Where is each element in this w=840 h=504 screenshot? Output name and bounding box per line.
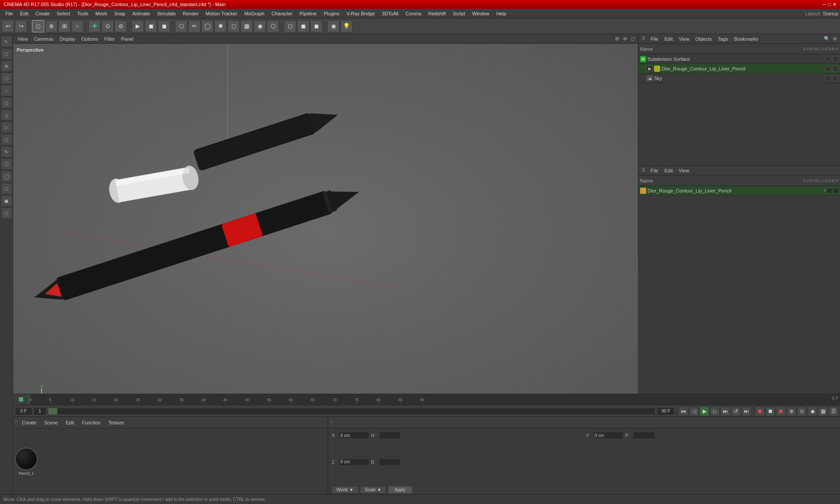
coord-x-field[interactable]: [339, 432, 369, 439]
maximize-button[interactable]: □: [828, 2, 831, 7]
toolbar-render-all[interactable]: ◼: [297, 20, 309, 32]
menu-character[interactable]: Character: [268, 10, 296, 17]
om-add-icon[interactable]: ⊕: [831, 35, 838, 42]
coord-y-field[interactable]: [593, 432, 623, 439]
toolbar-render-view[interactable]: ◻: [284, 20, 296, 32]
om-row-pencil[interactable]: ▶ Dior_Rouge_Contour_Lip_Liner_Pencil: [638, 64, 840, 74]
tool-knife[interactable]: △: [1, 109, 12, 121]
coord-h-field[interactable]: [379, 432, 401, 439]
menu-mesh[interactable]: Mesh: [92, 10, 111, 17]
viewport-canvas[interactable]: Perspective Grid Spacing: 1 cm X Y Z: [13, 44, 638, 416]
tool-lasso[interactable]: ⊕: [1, 60, 12, 72]
tool-circle[interactable]: ○: [1, 85, 12, 96]
tool-misc[interactable]: ◻: [1, 207, 12, 219]
mat-editor-scene[interactable]: Scene: [41, 419, 61, 426]
toolbar-edges[interactable]: ⊞: [58, 20, 70, 32]
scale-button[interactable]: Scale ▼: [360, 486, 386, 494]
tool-magnet[interactable]: ◻: [1, 134, 12, 145]
transport-play[interactable]: ▶: [700, 406, 709, 416]
tool-hair[interactable]: ◼: [1, 195, 12, 206]
mat-editor-function[interactable]: Function: [78, 419, 104, 426]
om-pencil-vis2[interactable]: [832, 66, 838, 72]
frame-slider[interactable]: [48, 408, 655, 415]
tool-rotate2[interactable]: ↻: [1, 146, 12, 158]
toolbar-lamp[interactable]: 💡: [340, 20, 353, 32]
transport-record[interactable]: ⏺: [755, 406, 765, 416]
toolbar-light2[interactable]: ◉: [327, 20, 340, 32]
om-file-btn[interactable]: File: [648, 36, 661, 42]
menu-script[interactable]: Script: [449, 10, 469, 17]
transport-key[interactable]: ◆: [808, 406, 817, 416]
mat-editor-edit[interactable]: Edit: [62, 419, 77, 426]
menu-corona[interactable]: Corona: [402, 10, 425, 17]
menu-create[interactable]: Create: [32, 10, 53, 17]
transport-preview[interactable]: ▦: [818, 406, 828, 416]
toolbar-model[interactable]: ◻: [32, 20, 44, 32]
om-row-sky[interactable]: ☁ Sky: [638, 74, 840, 83]
om-row-subdivision[interactable]: ⊞ Subdivision Surface: [638, 54, 840, 64]
vp-menu-display[interactable]: Display: [57, 35, 78, 42]
menu-vray[interactable]: V-Ray Bridge: [343, 10, 378, 17]
transport-prev-frame[interactable]: ◁: [689, 406, 699, 416]
transport-settings[interactable]: ☰: [829, 406, 838, 416]
toolbar-redo[interactable]: ↪: [15, 20, 27, 32]
frame-slider-handle[interactable]: [49, 408, 57, 414]
mat-vis-2[interactable]: [833, 188, 838, 193]
coord-p-field[interactable]: [633, 432, 655, 439]
menu-pipeline[interactable]: Pipeline: [296, 10, 320, 17]
om-bookmarks-btn[interactable]: Bookmarks: [732, 36, 761, 42]
tool-snap2[interactable]: ◯: [1, 171, 12, 182]
transport-to-end[interactable]: ⏭: [721, 406, 730, 416]
transport-loop[interactable]: ↺: [731, 406, 741, 416]
menu-3dtoall[interactable]: 3DToAll: [378, 10, 402, 17]
vp-icon-1[interactable]: ⊞: [613, 35, 620, 42]
toolbar-deform[interactable]: ✱: [214, 20, 227, 32]
transport-record-active[interactable]: ⏺: [776, 406, 786, 416]
toolbar-grid[interactable]: ⬡: [267, 20, 279, 32]
mat-vis-1[interactable]: [827, 188, 832, 193]
vp-menu-options[interactable]: Options: [79, 35, 101, 42]
menu-help[interactable]: Help: [493, 10, 510, 17]
toolbar-scale[interactable]: ⊙: [102, 20, 114, 32]
menu-redshift[interactable]: Redshift: [425, 10, 449, 17]
toolbar-env[interactable]: ◻: [228, 20, 240, 32]
toolbar-poly[interactable]: ○: [71, 20, 84, 32]
transport-motion[interactable]: ⊙: [797, 406, 807, 416]
om-pencil-expand[interactable]: ▶: [647, 66, 653, 72]
menu-render[interactable]: Render: [179, 10, 202, 17]
menu-plugins[interactable]: Plugins: [320, 10, 343, 17]
material-thumbnail[interactable]: Pencil_1: [15, 448, 38, 476]
world-button[interactable]: World ▼: [332, 486, 358, 494]
toolbar-anim-record[interactable]: ▶: [132, 20, 144, 32]
tool-select[interactable]: ◻: [1, 48, 12, 60]
frame-step-field[interactable]: [33, 407, 46, 415]
coord-b-field[interactable]: [379, 458, 401, 466]
transport-stop[interactable]: ⏹: [766, 406, 775, 416]
vp-menu-cameras[interactable]: Cameras: [32, 35, 56, 42]
toolbar-points[interactable]: ⊕: [45, 20, 57, 32]
toolbar-pen[interactable]: ✏: [188, 20, 200, 32]
menu-edit[interactable]: Edit: [17, 10, 32, 17]
menu-snap[interactable]: Snap: [111, 10, 129, 17]
transport-auto[interactable]: ⊕: [787, 406, 796, 416]
toolbar-camera[interactable]: ▦: [241, 20, 253, 32]
mat-view-btn[interactable]: View: [676, 168, 692, 174]
mat-editor-create[interactable]: Create: [18, 419, 40, 426]
toolbar-rotate[interactable]: ⊘: [115, 20, 127, 32]
timeline-track-area[interactable]: 0 5 10 15 20 25 30 35 40: [29, 394, 840, 405]
toolbar-cube[interactable]: ⬡: [175, 20, 187, 32]
mat-edit-btn[interactable]: Edit: [662, 168, 676, 174]
mat-editor-texture[interactable]: Texture: [105, 419, 127, 426]
toolbar-move[interactable]: ✛: [88, 20, 101, 32]
om-edit-btn[interactable]: Edit: [662, 36, 676, 42]
menu-animate[interactable]: Animate: [129, 10, 154, 17]
om-objects-btn[interactable]: Objects: [693, 36, 714, 42]
toolbar-render[interactable]: ◼: [158, 20, 170, 32]
vp-menu-panel[interactable]: Panel: [119, 35, 136, 42]
close-button[interactable]: ✕: [833, 2, 836, 7]
end-frame-field[interactable]: [657, 407, 675, 415]
om-sky-vis1[interactable]: [825, 75, 831, 81]
current-frame-field[interactable]: [15, 407, 32, 415]
tool-measure[interactable]: ◻: [1, 183, 12, 194]
minimize-button[interactable]: ─: [823, 2, 826, 7]
